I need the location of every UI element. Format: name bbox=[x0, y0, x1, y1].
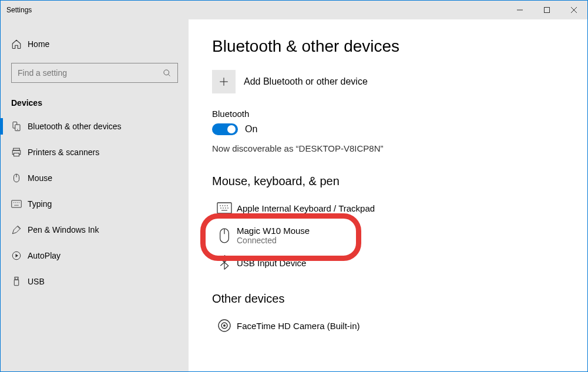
add-device-label: Add Bluetooth or other device bbox=[244, 76, 368, 87]
svg-point-4 bbox=[164, 69, 169, 75]
content-pane: Bluetooth & other devices Add Bluetooth … bbox=[189, 19, 587, 371]
close-button[interactable] bbox=[560, 1, 587, 19]
search-input[interactable] bbox=[18, 68, 163, 78]
bluetooth-icon bbox=[212, 255, 237, 270]
sidebar-item-mouse[interactable]: Mouse bbox=[1, 165, 189, 191]
sidebar-item-label: AutoPlay bbox=[28, 251, 61, 260]
svg-rect-22 bbox=[15, 277, 18, 280]
titlebar-controls bbox=[506, 1, 587, 19]
bluetooth-devices-icon bbox=[11, 121, 28, 132]
sidebar-item-label: Typing bbox=[28, 199, 52, 209]
sidebar-item-label: Printers & scanners bbox=[28, 148, 99, 157]
mouse-icon bbox=[11, 173, 28, 183]
sidebar-label-home: Home bbox=[28, 39, 49, 49]
device-status: Connected bbox=[237, 236, 310, 245]
add-device-button[interactable]: Add Bluetooth or other device bbox=[212, 70, 564, 93]
sidebar-item-label: Bluetooth & other devices bbox=[28, 122, 122, 131]
section-other-devices: Other devices bbox=[212, 292, 564, 306]
plus-icon bbox=[212, 70, 236, 93]
printer-icon bbox=[11, 147, 28, 157]
pen-icon bbox=[11, 224, 28, 235]
svg-point-8 bbox=[17, 129, 18, 130]
device-name: USB Input Device bbox=[237, 258, 306, 268]
svg-rect-28 bbox=[217, 203, 231, 213]
device-name: FaceTime HD Camera (Built-in) bbox=[237, 321, 359, 331]
sidebar-item-pen-windows-ink[interactable]: Pen & Windows Ink bbox=[1, 217, 189, 243]
sidebar-item-usb[interactable]: USB bbox=[1, 269, 189, 294]
camera-icon bbox=[212, 319, 237, 333]
autoplay-icon bbox=[11, 250, 28, 261]
section-mouse-keyboard-pen: Mouse, keyboard, & pen bbox=[212, 175, 564, 188]
usb-icon bbox=[11, 276, 28, 287]
search-box[interactable] bbox=[11, 63, 178, 83]
sidebar-item-typing[interactable]: Typing bbox=[1, 191, 189, 217]
svg-rect-9 bbox=[14, 148, 20, 150]
sidebar: Home Devices Bluetooth & other devices P… bbox=[1, 19, 189, 371]
device-name: Magic W10 Mouse bbox=[237, 226, 310, 236]
sidebar-item-autoplay[interactable]: AutoPlay bbox=[1, 243, 189, 269]
bluetooth-state-label: On bbox=[245, 124, 257, 135]
page-title: Bluetooth & other devices bbox=[212, 37, 564, 56]
svg-marker-21 bbox=[16, 254, 19, 257]
svg-rect-23 bbox=[14, 280, 19, 286]
home-icon bbox=[11, 39, 28, 49]
svg-rect-14 bbox=[12, 200, 22, 207]
sidebar-heading: Devices bbox=[1, 90, 189, 113]
sidebar-item-label: Mouse bbox=[28, 173, 52, 183]
sidebar-item-label: Pen & Windows Ink bbox=[28, 225, 99, 234]
window-title: Settings bbox=[6, 6, 32, 14]
svg-point-42 bbox=[223, 324, 226, 327]
device-row[interactable]: Apple Internal Keyboard / Trackpad bbox=[212, 196, 564, 220]
device-name: Apple Internal Keyboard / Trackpad bbox=[237, 203, 375, 213]
device-row[interactable]: USB Input Device bbox=[212, 251, 564, 274]
bluetooth-toggle[interactable] bbox=[212, 123, 238, 135]
sidebar-item-label: USB bbox=[28, 277, 45, 286]
titlebar: Settings bbox=[1, 1, 587, 19]
sidebar-item-bluetooth-other-devices[interactable]: Bluetooth & other devices bbox=[1, 113, 189, 139]
keyboard-icon bbox=[11, 200, 28, 208]
bluetooth-heading: Bluetooth bbox=[212, 109, 564, 119]
svg-rect-1 bbox=[545, 8, 550, 13]
svg-line-5 bbox=[168, 74, 170, 76]
device-row[interactable]: FaceTime HD Camera (Built-in) bbox=[212, 314, 564, 337]
discoverable-text: Now discoverable as “DESKTOP-V8ICP8N” bbox=[212, 143, 564, 153]
mouse-icon bbox=[212, 227, 237, 244]
search-icon bbox=[163, 69, 172, 78]
sidebar-item-printers-scanners[interactable]: Printers & scanners bbox=[1, 139, 189, 165]
device-row[interactable]: Magic W10 Mouse Connected bbox=[212, 220, 564, 251]
keyboard-icon bbox=[212, 202, 237, 214]
minimize-button[interactable] bbox=[506, 1, 533, 19]
svg-rect-11 bbox=[14, 153, 19, 156]
maximize-button[interactable] bbox=[533, 1, 560, 19]
sidebar-item-home[interactable]: Home bbox=[1, 31, 189, 57]
